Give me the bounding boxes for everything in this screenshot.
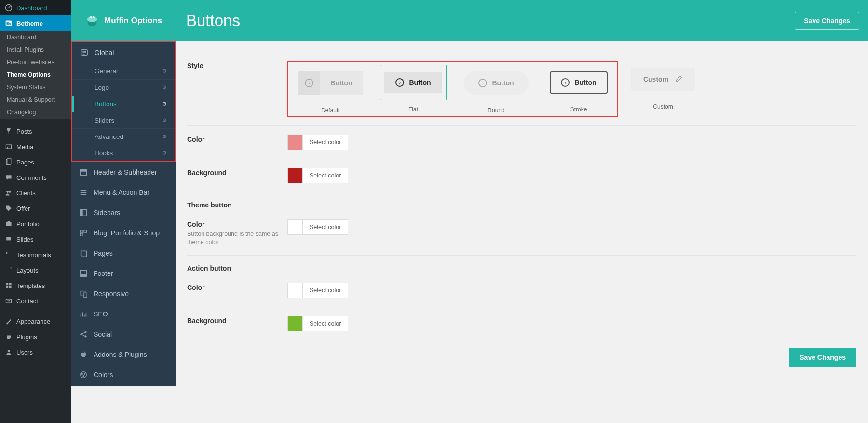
style-opt-stroke[interactable]: ›Button Stroke bbox=[546, 65, 611, 114]
seo-label: SEO bbox=[94, 310, 108, 318]
field-theme-color: Color Button background is the same as t… bbox=[187, 211, 856, 256]
action-color-swatch[interactable] bbox=[287, 283, 303, 298]
field-style: Style ›Button Default ›Button bbox=[187, 52, 856, 126]
save-button-bottom[interactable]: Save Changes bbox=[789, 348, 856, 367]
sidebar-sub-buttons[interactable]: Buttons⚙ bbox=[72, 96, 175, 112]
sidebar-item-global[interactable]: Global bbox=[72, 42, 175, 63]
select-color-button[interactable]: Select color bbox=[303, 135, 348, 150]
wp-appearance[interactable]: Appearance bbox=[0, 314, 71, 329]
style-opt-default[interactable]: ›Button Default bbox=[294, 65, 366, 114]
color-picker[interactable]: Select color bbox=[287, 135, 856, 150]
style-opt-round[interactable]: ›Button Round bbox=[460, 65, 532, 114]
wp-dashboard[interactable]: Dashboard bbox=[0, 0, 71, 15]
style-caption-default: Default bbox=[321, 107, 339, 114]
demo-custom-text: Custom bbox=[643, 75, 668, 83]
user-icon bbox=[5, 348, 13, 356]
wp-portfolio[interactable]: Portfolio bbox=[0, 216, 71, 232]
layouts-icon bbox=[5, 266, 13, 274]
gear-icon: ⚙ bbox=[162, 68, 167, 74]
action-background-picker[interactable]: Select color bbox=[287, 316, 856, 331]
demo-button-text: Button bbox=[320, 79, 363, 87]
sidebar-item-colors[interactable]: Colors bbox=[71, 365, 176, 385]
footer-label: Footer bbox=[94, 270, 113, 277]
theme-color-label: Color bbox=[187, 220, 287, 228]
addons-label: Addons & Plugins bbox=[94, 351, 147, 358]
wp-plugins-label: Plugins bbox=[16, 333, 37, 341]
wp-clients[interactable]: Clients bbox=[0, 185, 71, 201]
wp-pages-label: Pages bbox=[16, 159, 34, 166]
select-color-button[interactable]: Select color bbox=[303, 316, 348, 331]
global-group-highlighted: Global General⚙ Logo⚙ Buttons⚙ Sliders⚙ … bbox=[71, 41, 176, 162]
sidebar-item-menu[interactable]: Menu & Action Bar bbox=[71, 182, 176, 203]
wp-templates[interactable]: Templates bbox=[0, 278, 71, 293]
header-icon bbox=[79, 168, 88, 177]
wp-sub-manual[interactable]: Manual & Support bbox=[0, 94, 71, 106]
sidebar-sub-advanced[interactable]: Advanced⚙ bbox=[72, 128, 175, 145]
blog-icon bbox=[79, 229, 88, 237]
sidebar-item-responsive[interactable]: Responsive bbox=[71, 284, 176, 304]
action-background-swatch[interactable] bbox=[287, 316, 303, 331]
svg-point-21 bbox=[90, 16, 92, 18]
wp-sub-install-plugins[interactable]: Install Plugins bbox=[0, 43, 71, 56]
select-color-button[interactable]: Select color bbox=[303, 168, 348, 183]
wp-testimonials[interactable]: "Testimonials bbox=[0, 247, 71, 262]
wp-pages[interactable]: Pages bbox=[0, 154, 71, 170]
pages-icon bbox=[79, 249, 88, 258]
sidebar-item-header[interactable]: Header & Subheader bbox=[71, 162, 176, 182]
style-caption-round: Round bbox=[488, 107, 504, 114]
wp-sub-dashboard[interactable]: Dashboard bbox=[0, 31, 71, 43]
gear-icon: ⚙ bbox=[162, 84, 167, 91]
svg-point-39 bbox=[85, 336, 87, 338]
wp-sub-changelog[interactable]: Changelog bbox=[0, 106, 71, 119]
sidebar-item-pages[interactable]: Pages bbox=[71, 243, 176, 263]
wp-posts[interactable]: Posts bbox=[0, 123, 71, 139]
wp-media[interactable]: Media bbox=[0, 139, 71, 154]
svg-text:Be: Be bbox=[6, 21, 12, 26]
style-opt-custom[interactable]: Custom Custom bbox=[627, 61, 699, 110]
page-title: Buttons bbox=[186, 12, 795, 30]
theme-color-swatch[interactable] bbox=[287, 219, 303, 235]
menu-icon bbox=[79, 188, 88, 197]
svg-rect-32 bbox=[82, 251, 86, 257]
select-color-button[interactable]: Select color bbox=[303, 283, 348, 298]
sidebar-sub-hooks[interactable]: Hooks⚙ bbox=[72, 145, 175, 161]
sidebar-sub-general[interactable]: General⚙ bbox=[72, 63, 175, 79]
svg-rect-30 bbox=[81, 233, 83, 236]
wp-dashboard-label: Dashboard bbox=[16, 4, 47, 12]
page-icon bbox=[5, 158, 13, 166]
sidebar-sub-logo[interactable]: Logo⚙ bbox=[72, 79, 175, 96]
sidebar-icon bbox=[79, 208, 88, 217]
sidebar-item-seo[interactable]: SEO bbox=[71, 304, 176, 324]
style-opt-flat[interactable]: ›Button Flat bbox=[380, 65, 447, 114]
background-picker[interactable]: Select color bbox=[287, 168, 856, 183]
sidebar-item-social[interactable]: Social bbox=[71, 324, 176, 344]
color-swatch[interactable] bbox=[287, 135, 303, 150]
sidebar-item-addons[interactable]: Addons & Plugins bbox=[71, 344, 176, 365]
background-swatch[interactable] bbox=[287, 168, 303, 183]
wp-offer[interactable]: Offer bbox=[0, 201, 71, 216]
wp-comments[interactable]: Comments bbox=[0, 170, 71, 185]
wp-plugins[interactable]: Plugins bbox=[0, 329, 71, 344]
sidebar-item-sidebars[interactable]: Sidebars bbox=[71, 203, 176, 223]
seo-icon bbox=[79, 310, 88, 318]
save-button-top[interactable]: Save Changes bbox=[795, 12, 859, 30]
theme-color-picker[interactable]: Select color bbox=[287, 219, 856, 235]
wp-slides[interactable]: Slides bbox=[0, 232, 71, 247]
sidebar-item-footer[interactable]: Footer bbox=[71, 263, 176, 284]
wp-users[interactable]: Users bbox=[0, 344, 71, 360]
wp-layouts[interactable]: Layouts bbox=[0, 262, 71, 278]
svg-rect-25 bbox=[81, 169, 87, 172]
svg-point-41 bbox=[81, 373, 83, 375]
wp-contact[interactable]: Contact bbox=[0, 293, 71, 309]
wp-sub-system-status[interactable]: System Status bbox=[0, 81, 71, 94]
brand: Muffin Options bbox=[71, 0, 176, 41]
action-color-picker[interactable]: Select color bbox=[287, 283, 856, 298]
templates-icon bbox=[5, 282, 13, 289]
wp-sub-prebuilt[interactable]: Pre-built websites bbox=[0, 56, 71, 68]
wp-admin-sidebar: Dashboard Be Betheme Dashboard Install P… bbox=[0, 0, 71, 423]
select-color-button[interactable]: Select color bbox=[303, 219, 348, 235]
sidebar-item-blog[interactable]: Blog, Portfolio & Shop bbox=[71, 223, 176, 243]
wp-betheme[interactable]: Be Betheme bbox=[0, 15, 71, 31]
wp-sub-theme-options[interactable]: Theme Options bbox=[0, 68, 71, 81]
sidebar-sub-sliders[interactable]: Sliders⚙ bbox=[72, 112, 175, 128]
